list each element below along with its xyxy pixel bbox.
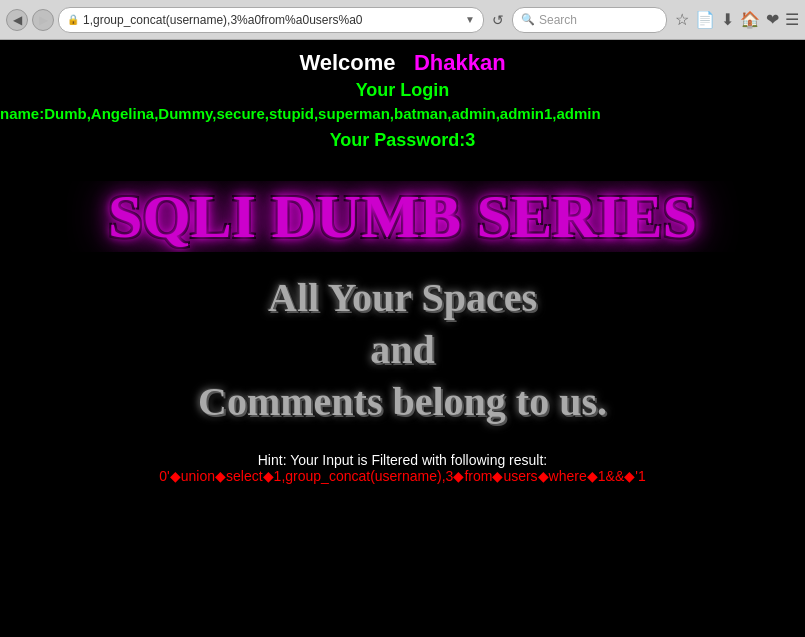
forward-icon: ▶: [39, 13, 48, 27]
sqli-title: SQLI DUMB SERIES: [0, 181, 805, 252]
download-icon[interactable]: ⬇: [721, 10, 734, 29]
login-names-line: name:Dumb,Angelina,Dummy,secure,stupid,s…: [0, 101, 805, 126]
address-dropdown-icon[interactable]: ▼: [465, 14, 475, 25]
security-icon: 🔒: [67, 14, 79, 25]
hint-label: Hint: Your Input is Filtered with follow…: [0, 452, 805, 468]
login-names-value: Dumb,Angelina,Dummy,secure,stupid,superm…: [44, 105, 601, 122]
search-icon: 🔍: [521, 13, 535, 26]
home-icon[interactable]: 🏠: [740, 10, 760, 29]
search-placeholder: Search: [539, 13, 577, 27]
your-password-label: Your Password:3: [0, 130, 805, 151]
tagline-line3: Comments belong to us.: [0, 376, 805, 428]
back-button[interactable]: ◀: [6, 9, 28, 31]
back-icon: ◀: [13, 13, 22, 27]
username-display: Dhakkan: [414, 50, 506, 75]
address-bar[interactable]: 🔒 1,group_concat(username),3%a0from%a0us…: [58, 7, 484, 33]
reload-button[interactable]: ↺: [488, 12, 508, 28]
welcome-text: Welcome: [299, 50, 395, 75]
browser-chrome: ◀ ▶ 🔒 1,group_concat(username),3%a0from%…: [0, 0, 805, 40]
welcome-line: Welcome Dhakkan: [0, 40, 805, 76]
pocket-icon[interactable]: ❤: [766, 10, 779, 29]
page-content: Welcome Dhakkan Your Login name:Dumb,Ang…: [0, 40, 805, 637]
menu-icon[interactable]: ☰: [785, 10, 799, 29]
your-login-label: Your Login: [0, 80, 805, 101]
tagline: All Your Spaces and Comments belong to u…: [0, 272, 805, 428]
tagline-line2: and: [0, 324, 805, 376]
search-bar[interactable]: 🔍 Search: [512, 7, 667, 33]
forward-button[interactable]: ▶: [32, 9, 54, 31]
bookmark-icon[interactable]: ☆: [675, 10, 689, 29]
address-text: 1,group_concat(username),3%a0from%a0user…: [83, 13, 465, 27]
tagline-line1: All Your Spaces: [0, 272, 805, 324]
toolbar-icons: ☆ 📄 ⬇ 🏠 ❤ ☰: [675, 10, 799, 29]
hint-value: 0'◆union◆select◆1,group_concat(username)…: [0, 468, 805, 484]
reader-icon[interactable]: 📄: [695, 10, 715, 29]
reload-icon: ↺: [492, 12, 504, 28]
login-names-prefix: name:: [0, 105, 44, 122]
hint-section: Hint: Your Input is Filtered with follow…: [0, 452, 805, 484]
